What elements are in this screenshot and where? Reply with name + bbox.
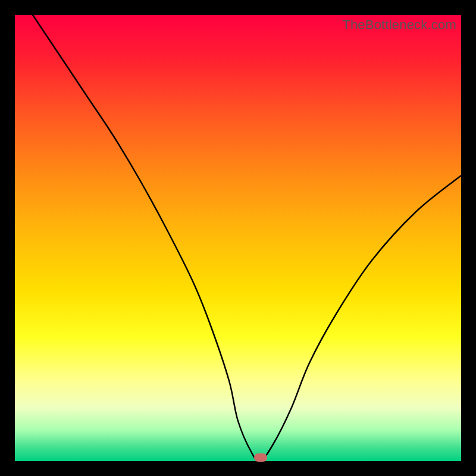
plot-area: TheBottleneck.com — [15, 15, 461, 461]
bottleneck-curve — [15, 15, 461, 461]
optimum-marker — [254, 453, 267, 462]
chart-frame: TheBottleneck.com — [0, 0, 476, 476]
